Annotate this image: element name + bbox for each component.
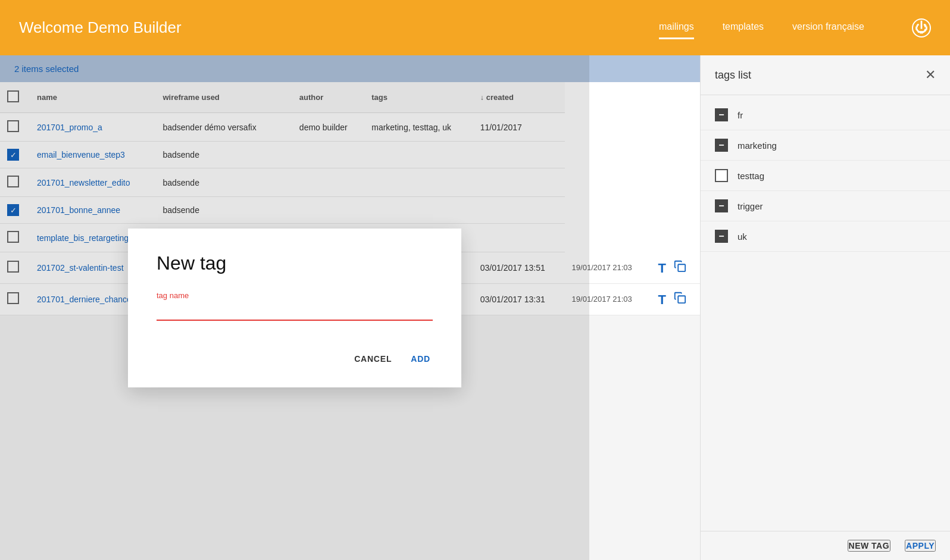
main-nav: mailings templates version française ⏻ — [659, 18, 931, 37]
close-tags-panel-button[interactable]: ✕ — [925, 67, 936, 83]
tag-checkbox-fr[interactable] — [715, 108, 728, 121]
nav-mailings[interactable]: mailings — [659, 21, 694, 35]
cancel-button[interactable]: CANCEL — [352, 349, 394, 368]
tag-item-testtag: testtag — [701, 161, 950, 191]
svg-rect-1 — [678, 296, 685, 303]
tag-name-input[interactable] — [157, 302, 433, 321]
tag-label-marketing: marketing — [738, 140, 777, 151]
new-tag-button[interactable]: NEW TAG — [848, 540, 891, 552]
svg-rect-0 — [678, 264, 685, 271]
template-icon[interactable]: T — [658, 292, 665, 307]
new-tag-dialog: New tag tag name CANCEL ADD — [128, 229, 461, 387]
copy-icon[interactable] — [673, 264, 686, 274]
nav-language[interactable]: version française — [792, 21, 864, 35]
tag-item-uk: uk — [701, 221, 950, 252]
tag-label-trigger: trigger — [738, 201, 763, 211]
tag-checkbox-marketing[interactable] — [715, 139, 728, 152]
nav-templates[interactable]: templates — [723, 21, 764, 35]
app-title: Welcome Demo Builder — [19, 18, 659, 37]
dialog-title: New tag — [157, 252, 433, 274]
tag-label-uk: uk — [738, 231, 747, 242]
tag-label-fr: fr — [738, 110, 743, 120]
tag-item-trigger: trigger — [701, 191, 950, 221]
template-icon[interactable]: T — [658, 261, 665, 276]
tag-label-testtag: testtag — [738, 171, 764, 181]
tag-checkbox-uk[interactable] — [715, 230, 728, 243]
dialog-overlay: New tag tag name CANCEL ADD — [0, 55, 589, 560]
apply-tags-button[interactable]: APPLY — [905, 540, 936, 552]
header: Welcome Demo Builder mailings templates … — [0, 0, 950, 55]
tag-item-fr: fr — [701, 100, 950, 130]
tags-panel: tags list ✕ fr marketing testtag trigger — [700, 55, 950, 560]
dialog-field-label: tag name — [157, 291, 433, 300]
tag-checkbox-testtag[interactable] — [715, 169, 728, 182]
tags-list: fr marketing testtag trigger uk — [701, 95, 950, 531]
row-actions: T — [651, 252, 700, 284]
dialog-actions: CANCEL ADD — [157, 349, 433, 368]
tag-item-marketing: marketing — [701, 130, 950, 161]
add-tag-button[interactable]: ADD — [408, 349, 433, 368]
row-actions: T — [651, 283, 700, 315]
tags-panel-header: tags list ✕ — [701, 55, 950, 95]
tags-panel-title: tags list — [715, 69, 751, 82]
copy-icon[interactable] — [673, 296, 686, 306]
tag-checkbox-trigger[interactable] — [715, 199, 728, 212]
power-button[interactable]: ⏻ — [912, 18, 931, 37]
tags-panel-footer: NEW TAG APPLY — [701, 531, 950, 560]
